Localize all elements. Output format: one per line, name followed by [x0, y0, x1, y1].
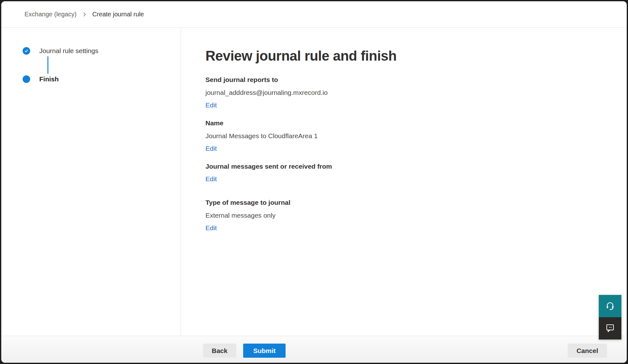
headset-icon: [605, 301, 615, 312]
breadcrumb-link-exchange-legacy[interactable]: Exchange (legacy): [25, 11, 77, 18]
edit-link[interactable]: Edit: [205, 144, 217, 153]
feedback-button[interactable]: [599, 317, 621, 340]
app-window: Exchange (legacy) Create journal rule Jo…: [1, 1, 627, 363]
chevron-right-icon: [82, 12, 87, 17]
section-label: Name: [205, 119, 602, 127]
step-connector-line: [47, 56, 48, 74]
feedback-chat-icon: [605, 323, 615, 334]
section-label: Send journal reports to: [205, 75, 602, 84]
review-section-journal-messages-scope: Journal messages sent or received from E…: [205, 162, 602, 183]
breadcrumb: Exchange (legacy) Create journal rule: [25, 11, 144, 18]
breadcrumb-current-page: Create journal rule: [92, 11, 144, 18]
section-value: Journal Messages to CloudflareArea 1: [205, 132, 602, 140]
edit-link[interactable]: Edit: [205, 175, 217, 183]
review-section-message-type: Type of message to journal External mess…: [205, 198, 602, 232]
page-title: Review journal rule and finish: [205, 48, 602, 64]
section-label: Type of message to journal: [205, 198, 602, 207]
section-value: journal_adddress@journaling.mxrecord.io: [205, 88, 602, 97]
footer-action-bar: Back Submit Cancel: [1, 336, 627, 363]
floating-button-stack: [599, 295, 621, 340]
cancel-button[interactable]: Cancel: [568, 344, 607, 358]
review-section-send-journal-reports-to: Send journal reports to journal_adddress…: [205, 75, 602, 109]
submit-button[interactable]: Submit: [243, 344, 286, 358]
edit-link[interactable]: Edit: [205, 224, 217, 232]
wizard-step-label: Journal rule settings: [39, 47, 98, 55]
section-value: External messages only: [205, 211, 602, 220]
review-pane: Review journal rule and finish Send jour…: [181, 28, 627, 336]
wizard-step-finish: Finish: [23, 75, 181, 84]
section-label: Journal messages sent or received from: [205, 162, 602, 171]
wizard-step-journal-rule-settings: Journal rule settings: [23, 46, 181, 55]
wizard-steps-sidebar: Journal rule settings Finish: [1, 28, 181, 336]
edit-link[interactable]: Edit: [205, 101, 217, 109]
wizard-step-label: Finish: [39, 75, 59, 83]
top-header-bar: Exchange (legacy) Create journal rule: [1, 1, 627, 28]
back-button[interactable]: Back: [203, 344, 236, 358]
review-section-name: Name Journal Messages to CloudflareArea …: [205, 119, 602, 153]
step-current-dot-icon: [23, 75, 30, 83]
help-button[interactable]: [599, 295, 621, 317]
step-completed-check-icon: [23, 47, 30, 55]
